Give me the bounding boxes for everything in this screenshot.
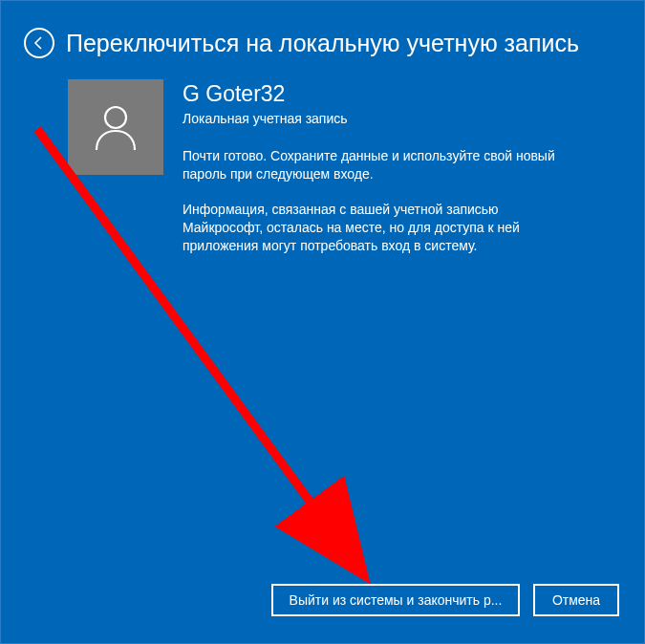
instruction-text-2: Информация, связанная с вашей учетной за… [183,201,565,255]
page-title: Переключиться на локальную учетную запис… [66,30,579,57]
account-type: Локальная учетная запись [183,111,606,126]
back-button[interactable] [24,28,54,58]
username: G Goter32 [183,81,606,107]
cancel-button[interactable]: Отмена [533,584,619,616]
signout-finish-button[interactable]: Выйти из системы и закончить р... [271,584,520,616]
avatar [68,79,163,175]
arrow-left-icon [32,35,47,51]
footer-actions: Выйти из системы и закончить р... Отмена [271,584,619,616]
instruction-text-1: Почти готово. Сохраните данные и использ… [183,147,565,183]
person-icon [89,100,142,154]
header: Переключиться на локальную учетную запис… [1,1,644,74]
svg-point-0 [105,107,126,128]
content-area: G Goter32 Локальная учетная запись Почти… [1,74,644,271]
user-info: G Goter32 Локальная учетная запись Почти… [183,79,606,271]
